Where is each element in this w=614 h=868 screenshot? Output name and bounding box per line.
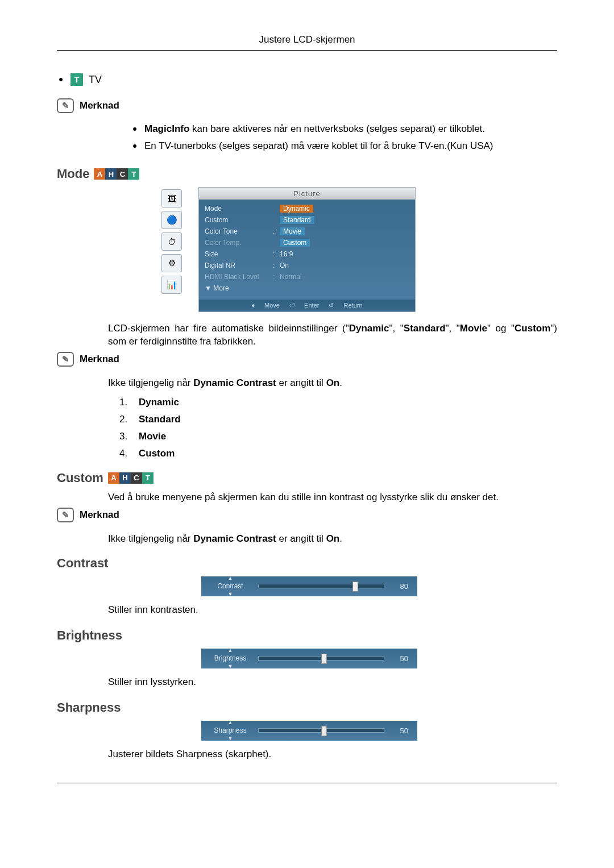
custom-title: Custom bbox=[57, 471, 103, 485]
osd-icon-3: ⏱ bbox=[161, 232, 182, 251]
osd-title: Picture bbox=[199, 188, 415, 200]
contrast-slider-img: Contrast 80 bbox=[201, 576, 417, 596]
tv-row: • T TV bbox=[57, 73, 557, 86]
osd-menu: Picture ModeDynamic CustomStandard Color… bbox=[198, 187, 416, 312]
mode-title: Mode bbox=[57, 167, 89, 181]
osd-label: Mode bbox=[205, 205, 273, 213]
osd-value: Standard bbox=[280, 216, 314, 224]
slider-knob bbox=[321, 654, 327, 664]
mode-paragraph: LCD-skjermen har fire automatiske bildei… bbox=[108, 322, 557, 348]
slider-value: 50 bbox=[392, 726, 408, 735]
ahct-badges: A H C T bbox=[108, 472, 154, 484]
tv-icon: T bbox=[70, 73, 83, 86]
note1-text-2: En TV-tunerboks (selges separat) må være… bbox=[144, 140, 493, 152]
slider-track bbox=[258, 728, 384, 733]
brightness-slider-img: Brightness 50 bbox=[201, 649, 417, 668]
osd-icon-5: 📊 bbox=[161, 276, 182, 294]
page-header: Justere LCD-skjermen bbox=[57, 34, 557, 51]
badge-t: T bbox=[142, 472, 154, 484]
badge-c: C bbox=[131, 472, 142, 484]
badge-c: C bbox=[117, 168, 128, 180]
osd-value: Custom bbox=[280, 239, 310, 247]
osd-label: Color Tone bbox=[205, 227, 273, 235]
slider-label: Contrast bbox=[210, 582, 250, 590]
badge-a: A bbox=[94, 168, 105, 180]
note-icon: ✎ bbox=[57, 352, 74, 367]
osd-value: Dynamic bbox=[280, 205, 313, 213]
custom-paragraph: Ved å bruke menyene på skjermen kan du s… bbox=[108, 491, 557, 504]
slider-value: 80 bbox=[392, 582, 408, 591]
osd-label: Custom bbox=[205, 216, 273, 224]
osd-value: Normal bbox=[280, 273, 409, 281]
note-label: Merknad bbox=[80, 509, 119, 521]
osd-value: Movie bbox=[280, 227, 305, 235]
note-icon: ✎ bbox=[57, 508, 74, 522]
tv-label: TV bbox=[89, 74, 102, 86]
sharpness-title: Sharpness bbox=[57, 700, 557, 715]
osd-icon-4: ⚙ bbox=[161, 254, 182, 272]
slider-label: Brightness bbox=[210, 654, 250, 662]
note1-text-1: kan bare aktiveres når en nettverksboks … bbox=[189, 123, 485, 134]
magicinfo-term: MagicInfo bbox=[144, 123, 189, 134]
badge-h: H bbox=[105, 168, 117, 180]
footer-rule bbox=[57, 783, 557, 783]
mode-title-row: Mode A H C T bbox=[57, 167, 557, 181]
slider-value: 50 bbox=[392, 654, 408, 663]
osd-value: On bbox=[280, 261, 409, 269]
brightness-desc: Stiller inn lysstyrken. bbox=[108, 676, 557, 688]
ahct-badges: A H C T bbox=[94, 168, 139, 180]
badge-h: H bbox=[119, 472, 131, 484]
slider-label: Sharpness bbox=[210, 726, 250, 734]
mode-list-4: 4.Custom bbox=[119, 448, 557, 459]
osd-value: 16:9 bbox=[280, 250, 409, 258]
slider-track bbox=[258, 584, 384, 588]
slider-knob bbox=[321, 726, 327, 736]
note1-bullet-1: • MagicInfo kan bare aktiveres når en ne… bbox=[131, 123, 557, 135]
mode-list-2: 2.Standard bbox=[119, 414, 557, 425]
osd-label: HDMI Black Level bbox=[205, 273, 273, 281]
slider-knob bbox=[352, 582, 358, 592]
slider-track bbox=[258, 656, 384, 661]
osd-footer: ♦ Move ⏎ Enter ↺ Return bbox=[199, 300, 415, 312]
note1-bullet-2: • En TV-tunerboks (selges separat) må væ… bbox=[131, 140, 557, 152]
custom-title-row: Custom A H C T bbox=[57, 471, 557, 485]
osd-more: ▼ More bbox=[205, 284, 273, 292]
mode-list-3: 3.Movie bbox=[119, 431, 557, 442]
note-icon: ✎ bbox=[57, 98, 74, 113]
brightness-title: Brightness bbox=[57, 628, 557, 643]
osd-icon-2: 🔵 bbox=[161, 211, 182, 229]
contrast-desc: Stiller inn kontrasten. bbox=[108, 604, 557, 616]
badge-t: T bbox=[128, 168, 139, 180]
mode-note-text: Ikke tilgjengelig når Dynamic Contrast e… bbox=[108, 377, 557, 390]
osd-label: Digital NR bbox=[205, 261, 273, 269]
note-label: Merknad bbox=[80, 100, 119, 111]
sharpness-desc: Justerer bildets Sharpness (skarphet). bbox=[108, 749, 557, 760]
note-label: Merknad bbox=[80, 354, 119, 365]
osd-sidebar-icons: 🖼 🔵 ⏱ ⚙ 📊 bbox=[161, 189, 182, 294]
sharpness-slider-img: Sharpness 50 bbox=[201, 721, 417, 741]
mode-list-1: 1.Dynamic bbox=[119, 397, 557, 408]
osd-label: Size bbox=[205, 250, 273, 258]
osd-icon-1: 🖼 bbox=[161, 189, 182, 207]
badge-a: A bbox=[108, 472, 119, 484]
contrast-title: Contrast bbox=[57, 556, 557, 571]
custom-note-text: Ikke tilgjengelig når Dynamic Contrast e… bbox=[108, 533, 557, 546]
osd-label: Color Temp. bbox=[205, 239, 273, 247]
